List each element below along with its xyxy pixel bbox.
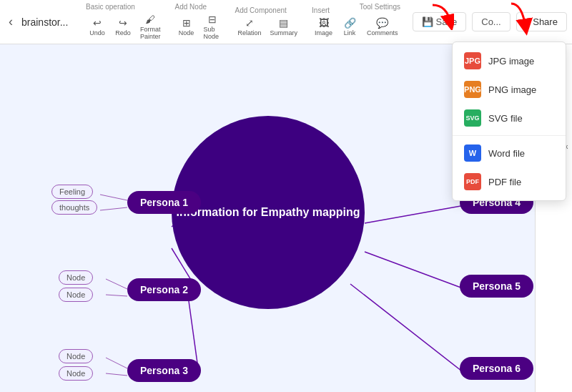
persona-6-node[interactable]: Persona 6 — [460, 357, 533, 380]
persona-3-node[interactable]: Persona 3 — [127, 359, 201, 382]
add-component-label: Add Component — [235, 6, 287, 14]
word-icon: W — [464, 144, 481, 162]
svg-line-6 — [100, 195, 127, 200]
center-node[interactable]: Information for Empathy mapping — [172, 116, 365, 309]
leaf-feeling: Feeling — [51, 185, 93, 199]
save-button[interactable]: 💾 Save — [413, 12, 467, 31]
leaf-node-3: Node — [59, 349, 93, 363]
sub-node-button[interactable]: ⊟ Sub Node — [201, 12, 224, 41]
format-painter-button[interactable]: 🖌 Format Painter — [137, 12, 164, 41]
jpg-icon: JPG — [464, 52, 481, 69]
export-svg-item[interactable]: SVG SVG file — [453, 104, 566, 132]
app-title: brainstor... — [21, 16, 72, 28]
image-button[interactable]: 🖼 Image — [312, 16, 335, 38]
dropdown-divider — [453, 135, 566, 136]
co-button[interactable]: Co... — [472, 12, 510, 31]
add-component-group: Add Component ⤢ Relation ▤ Summary — [235, 6, 301, 38]
leaf-node-4: Node — [59, 366, 93, 381]
center-text: Information for Empathy mapping — [177, 206, 360, 219]
basic-operation-label: Basic operation — [86, 3, 135, 11]
export-dropdown: JPG JPG image PNG PNG image SVG SVG file… — [452, 41, 566, 201]
node-button[interactable]: ⊞ Node — [175, 16, 198, 38]
relation-button[interactable]: ⤢ Relation — [235, 16, 265, 38]
export-pdf-item[interactable]: PDF PDF file — [453, 167, 566, 196]
toolbar-right: Tool Settings 💾 Save Co... ↑ Share 📤 Exp… — [413, 12, 572, 31]
svg-icon: SVG — [464, 109, 481, 127]
leaf-node-2: Node — [59, 288, 93, 302]
export-png-item[interactable]: PNG PNG image — [453, 75, 566, 104]
svg-line-10 — [106, 358, 127, 368]
svg-line-11 — [106, 373, 127, 376]
basic-operation-group: Basic operation ↩ Undo ↪ Redo 🖌 Format P… — [86, 3, 164, 41]
leaf-thoughts: thoughts — [51, 200, 97, 215]
add-node-group: Add Node ⊞ Node ⊟ Sub Node — [175, 3, 224, 41]
insert-group: Insert 🖼 Image 🔗 Link 💬 Comments — [312, 6, 401, 38]
undo-button[interactable]: ↩ Undo — [86, 16, 109, 38]
redo-button[interactable]: ↪ Redo — [112, 16, 134, 38]
svg-line-3 — [365, 205, 465, 223]
tool-settings-label: Tool Settings — [360, 3, 400, 11]
link-button[interactable]: 🔗 Link — [338, 16, 361, 38]
share-button[interactable]: ↑ Share — [516, 12, 567, 31]
pdf-icon: PDF — [464, 173, 481, 190]
summary-button[interactable]: ▤ Summary — [267, 16, 301, 38]
png-icon: PNG — [464, 81, 481, 98]
comments-button[interactable]: 💬 Comments — [364, 16, 401, 38]
leaf-node-1: Node — [59, 270, 93, 285]
svg-line-4 — [365, 252, 465, 289]
insert-label: Insert — [312, 6, 330, 14]
persona-5-node[interactable]: Persona 5 — [460, 275, 533, 298]
svg-line-5 — [350, 284, 465, 373]
add-node-label: Add Node — [175, 3, 207, 11]
toolbar: ‹ brainstor... Basic operation ↩ Undo ↪ … — [0, 0, 572, 44]
svg-line-9 — [106, 295, 127, 296]
persona-1-node[interactable]: Persona 1 — [127, 191, 201, 214]
svg-line-8 — [106, 279, 127, 289]
export-jpg-item[interactable]: JPG JPG image — [453, 46, 566, 75]
persona-2-node[interactable]: Persona 2 — [127, 278, 201, 301]
back-button[interactable]: ‹ — [6, 11, 16, 32]
svg-line-7 — [100, 207, 127, 210]
export-word-item[interactable]: W Word file — [453, 139, 566, 167]
